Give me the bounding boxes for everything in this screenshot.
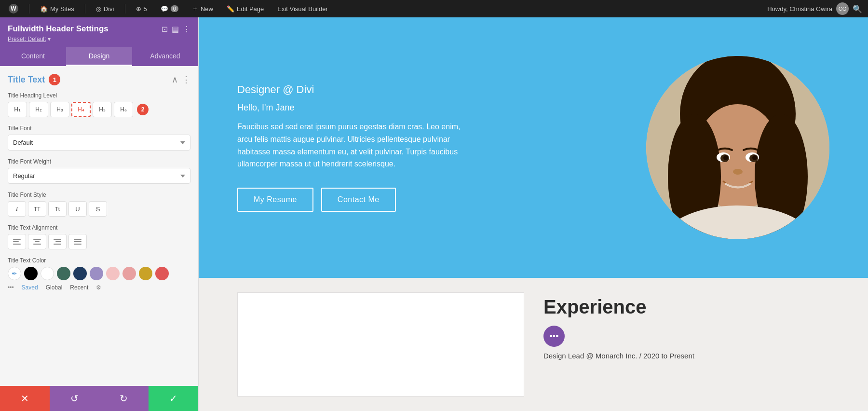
italic-btn[interactable]: I [8, 201, 26, 217]
align-center-btn[interactable] [28, 234, 46, 249]
undo-icon: ↺ [70, 393, 79, 404]
heading-level-label: Title Heading Level [8, 92, 190, 99]
text-color-group: Title Text Color ✒ ••• Saved Globa [8, 257, 190, 291]
heading-h2-btn[interactable]: H₂ [29, 102, 48, 117]
exit-builder-button[interactable]: Exit Visual Builder [274, 0, 331, 17]
heading-buttons: H₁ H₂ H₃ H₄ H₅ H₆ 2 [8, 102, 190, 117]
heading-h3-btn[interactable]: H₃ [50, 102, 69, 117]
recent-label[interactable]: Recent [70, 284, 88, 291]
experience-content: Experience ••• Design Lead @ Monarch Inc… [543, 292, 829, 397]
save-button[interactable]: ✓ [149, 386, 198, 411]
tab-advanced[interactable]: Advanced [132, 47, 198, 66]
panel-more-icon[interactable]: ⋮ [183, 25, 190, 34]
font-style-label: Title Font Style [8, 192, 190, 198]
saved-label[interactable]: Saved [22, 284, 38, 291]
cancel-button[interactable]: ✕ [0, 386, 50, 411]
comment-icon: 💬 [161, 5, 168, 13]
count-link[interactable]: ⊕ 5 [133, 0, 150, 17]
experience-entry: Design Lead @ Monarch Inc. / 2020 to Pre… [543, 352, 829, 360]
redo-button[interactable]: ↻ [99, 386, 149, 411]
comments-link[interactable]: 💬 0 [158, 0, 181, 17]
section-title-group: Title Text 1 [8, 74, 60, 85]
font-style-group: Title Font Style I TT Tt U S [8, 192, 190, 217]
my-sites-link[interactable]: 🏠 My Sites [37, 0, 77, 17]
strikethrough-btn[interactable]: S [89, 201, 107, 217]
color-settings-icon[interactable]: ⚙ [96, 284, 101, 291]
contact-button[interactable]: Contact Me [321, 188, 396, 212]
heading-h1-btn[interactable]: H₁ [8, 102, 27, 117]
experience-section: Experience ••• Design Lead @ Monarch Inc… [199, 278, 868, 411]
home-icon: 🏠 [40, 5, 48, 13]
heading-h6-btn[interactable]: H₆ [114, 102, 133, 117]
color-white[interactable] [41, 267, 54, 280]
color-swatches: ✒ [8, 267, 190, 280]
style-buttons: I TT Tt U S [8, 201, 190, 217]
eyedropper-btn[interactable]: ✒ [8, 267, 21, 280]
heading-h4-btn[interactable]: H₄ [71, 102, 91, 117]
divi-link[interactable]: ◎ Divi [93, 0, 117, 17]
plus-icon: ＋ [192, 4, 198, 13]
global-label[interactable]: Global [46, 284, 63, 291]
svg-point-14 [733, 169, 743, 175]
section-title-text: Title Text [8, 75, 45, 85]
new-button[interactable]: ＋ New [189, 0, 216, 17]
color-gold[interactable] [139, 267, 152, 280]
resume-button[interactable]: My Resume [237, 188, 313, 212]
experience-chart-area [237, 292, 524, 397]
underline-btn[interactable]: U [68, 201, 87, 217]
hero-text: Designer @ Divi Hello, I'm Jane Faucibus… [237, 83, 646, 211]
search-icon[interactable]: 🔍 [853, 4, 862, 14]
cancel-icon: ✕ [21, 393, 29, 404]
panel-tabs: Content Design Advanced [0, 47, 198, 66]
undo-button[interactable]: ↺ [50, 386, 99, 411]
heading-level-group: Title Heading Level H₁ H₂ H₃ H₄ H₅ H₆ 2 [8, 92, 190, 117]
panel-preset[interactable]: Preset: Default ▾ [8, 36, 190, 42]
panel-header: Fullwidth Header Settings ⊡ ▤ ⋮ Preset: … [0, 17, 198, 47]
svg-point-13 [752, 155, 757, 160]
align-right-btn[interactable] [48, 234, 67, 249]
heading-h5-btn[interactable]: H₅ [93, 102, 112, 117]
panel-resize-icon[interactable]: ⊡ [162, 25, 168, 34]
experience-menu-bubble[interactable]: ••• [543, 326, 565, 347]
font-weight-select[interactable]: Regular Bold Light [8, 168, 190, 184]
section-menu-icon[interactable]: ⋮ [182, 74, 190, 85]
pencil-icon: ✏️ [227, 5, 234, 13]
align-justify-btn[interactable] [68, 234, 87, 249]
color-black[interactable] [24, 267, 38, 280]
text-alignment-group: Title Text Alignment [8, 224, 190, 249]
color-purple[interactable] [90, 267, 103, 280]
save-icon: ✓ [169, 393, 177, 404]
panel-title: Fullwidth Header Settings [8, 24, 108, 34]
wordpress-icon: W [9, 4, 18, 14]
small-caps-btn[interactable]: TT [28, 201, 46, 217]
color-labels: ••• Saved Global Recent ⚙ [8, 284, 190, 291]
font-weight-group: Title Font Weight Regular Bold Light [8, 158, 190, 184]
title-font-group: Title Font Default Arial Georgia [8, 125, 190, 151]
hero-buttons: My Resume Contact Me [237, 188, 646, 212]
color-light-pink[interactable] [106, 267, 120, 280]
panel-body: Title Text 1 ∧ ⋮ Title Heading Level H₁ … [0, 66, 198, 386]
hero-greeting: Hello, I'm Jane [237, 103, 646, 113]
page-preview: Designer @ Divi Hello, I'm Jane Faucibus… [199, 17, 868, 411]
wp-logo[interactable]: W [6, 0, 21, 17]
color-label: Title Text Color [8, 257, 190, 264]
divi-icon: ◎ [96, 5, 101, 13]
edit-page-button[interactable]: ✏️ Edit Page [224, 0, 267, 17]
panel-layout-icon[interactable]: ▤ [172, 25, 179, 34]
color-red[interactable] [155, 267, 169, 280]
align-left-btn[interactable] [8, 234, 26, 249]
collapse-icon[interactable]: ∧ [172, 74, 178, 85]
hero-profile-image [646, 56, 829, 239]
hero-section: Designer @ Divi Hello, I'm Jane Faucibus… [199, 17, 868, 278]
tab-design[interactable]: Design [66, 47, 132, 66]
admin-bar: W 🏠 My Sites ◎ Divi ⊕ 5 💬 0 ＋ New ✏️ Edi… [0, 0, 868, 17]
tab-content[interactable]: Content [0, 47, 66, 66]
panel-icon-group: ⊡ ▤ ⋮ [162, 25, 190, 34]
capitalize-btn[interactable]: Tt [48, 201, 67, 217]
color-pink[interactable] [122, 267, 136, 280]
dots-icon[interactable]: ••• [8, 284, 14, 291]
color-dark-blue[interactable] [73, 267, 87, 280]
font-select[interactable]: Default Arial Georgia [8, 135, 190, 151]
color-dark-green[interactable] [57, 267, 70, 280]
settings-panel: Fullwidth Header Settings ⊡ ▤ ⋮ Preset: … [0, 17, 199, 411]
